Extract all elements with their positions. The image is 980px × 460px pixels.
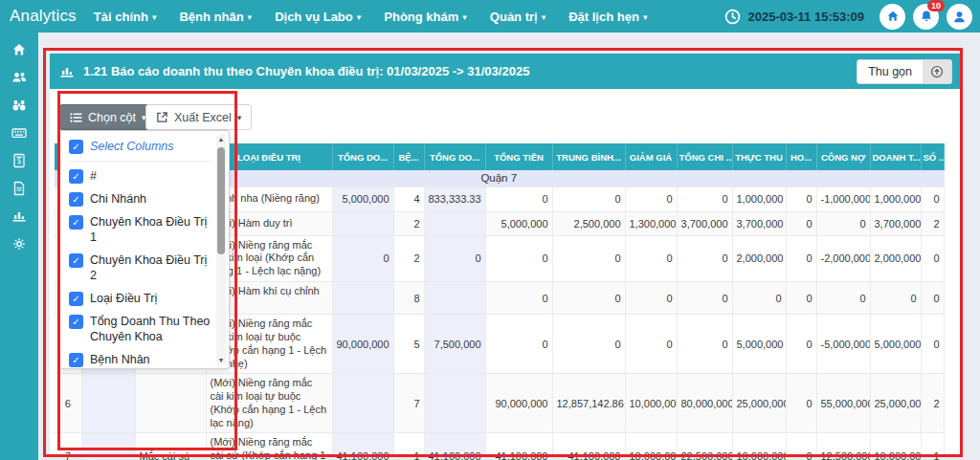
cell-value: 4 <box>393 186 424 211</box>
nav-menu-2[interactable]: Bệnh nhân▾ <box>179 10 252 24</box>
dropdown-scrollbar[interactable]: ▲ ▼ <box>216 134 226 365</box>
caret-down-icon: ▾ <box>643 13 648 22</box>
cell-value: 0 <box>625 186 677 211</box>
col-header-8[interactable]: TỔNG TIỀN <box>485 143 552 170</box>
column-option-label: Loại Điều Trị <box>90 291 157 306</box>
cell-value: 0 <box>625 235 677 281</box>
cell-value: 0 <box>677 186 732 211</box>
cell-value: 0 <box>552 235 625 281</box>
column-option-4[interactable]: ✓Chuyên Khoa Điều Trị 2 <box>69 252 213 283</box>
column-option-label: Chi Nhánh <box>90 191 146 207</box>
profile-button[interactable] <box>947 4 972 30</box>
cell-value: 1 <box>393 433 424 460</box>
settings-icon[interactable] <box>11 236 27 252</box>
col-header-16[interactable]: SỐ ... <box>921 143 944 170</box>
column-option-5[interactable]: ✓Loại Điều Trị <box>69 291 213 306</box>
checkbox-checked-icon[interactable]: ✓ <box>69 192 83 207</box>
invoice-dollar-icon[interactable]: $ <box>11 153 27 168</box>
cell-specialty2: Mắc cài sứ <box>135 433 206 460</box>
cell-value <box>332 211 393 235</box>
column-chooser-dropdown: ✓ Select Columns ✓#✓Chi Nhánh✓Chuyên Kho… <box>59 130 230 369</box>
cell-value: 2 <box>921 374 944 433</box>
cell-value: 41,100,000 <box>485 433 552 460</box>
cell-value: 25,000,000 <box>870 374 921 433</box>
nav-menu-6[interactable]: Đặt lịch hẹn▾ <box>568 10 647 24</box>
datetime-display: 2025-03-11 15:53:09 <box>748 10 864 24</box>
cell-value: 25,000,000 <box>732 374 786 433</box>
nav-menu-label: Tài chính <box>94 10 148 24</box>
col-header-5[interactable]: TỔNG DO... <box>332 143 393 170</box>
cell-value: 0 <box>921 281 944 315</box>
checkbox-checked-icon[interactable]: ✓ <box>69 215 83 230</box>
col-header-11[interactable]: TỔNG CHI ... <box>677 143 732 170</box>
choose-columns-button[interactable]: Chọn cột ▾ <box>59 104 157 130</box>
cell-value: 0 <box>921 186 944 211</box>
col-header-10[interactable]: GIẢM GIÁ <box>625 143 677 170</box>
cell-value: 1 <box>921 433 944 460</box>
app-window: Analytics Tài chính▾Bệnh nhân▾Dịch vụ La… <box>0 0 980 460</box>
column-option-2[interactable]: ✓Chi Nhánh <box>69 191 213 207</box>
table-row-6[interactable]: 6(Mới) Niềng răng mắc cài kim loại tự bu… <box>55 374 944 433</box>
col-header-13[interactable]: HO... <box>786 143 816 170</box>
nav-menu-label: Quản trị <box>490 10 538 24</box>
document-icon[interactable] <box>11 181 27 196</box>
home-button[interactable] <box>880 4 905 30</box>
column-option-6[interactable]: ✓Tổng Doanh Thu Theo Chuyên Khoa <box>69 314 213 344</box>
cell-value <box>332 281 393 315</box>
column-option-7[interactable]: ✓Bệnh Nhân <box>69 352 213 367</box>
checkbox-checked-icon[interactable]: ✓ <box>69 140 83 154</box>
home-icon[interactable] <box>11 42 27 57</box>
column-option-1[interactable]: ✓# <box>69 168 213 184</box>
export-excel-button[interactable]: Xuất Excel ▾ <box>145 104 252 130</box>
cell-value: 1,300,000 <box>625 211 677 235</box>
checkbox-checked-icon[interactable]: ✓ <box>69 253 83 268</box>
cell-value: 12,857,142.86 <box>552 374 625 433</box>
panel-title: 1.21 Báo cáo doanh thu theo Chuyên khoa … <box>83 64 529 78</box>
select-columns-header[interactable]: ✓ Select Columns <box>69 139 213 162</box>
cell-value: 8 <box>393 281 424 315</box>
nav-menu-5[interactable]: Quản trị▾ <box>490 10 546 24</box>
cell-value: 3,700,000 <box>677 211 732 235</box>
nav-menu-4[interactable]: Phòng khám▾ <box>384 10 467 24</box>
scroll-up-icon[interactable]: ▲ <box>216 136 226 142</box>
cell-value: 0 <box>732 281 786 315</box>
cell-treatment: (Mới) Niềng răng mắc cài sứ (Khớp cắn hạ… <box>206 433 332 460</box>
column-option-label: Tổng Doanh Thu Theo Chuyên Khoa <box>90 314 213 344</box>
column-option-3[interactable]: ✓Chuyên Khoa Điều Trị 1 <box>69 214 213 245</box>
cell-value: 0 <box>677 281 732 315</box>
choose-columns-label: Chọn cột <box>88 111 136 124</box>
binoculars-icon[interactable] <box>11 98 27 113</box>
nav-menu-3[interactable]: Dịch vụ Labo▾ <box>275 10 361 24</box>
col-header-15[interactable]: DOANH T... <box>870 143 921 170</box>
navbar-right: 2025-03-11 15:53:09 10 <box>724 4 980 30</box>
cell-value: 0 <box>552 281 625 315</box>
cell-value: 0 <box>786 433 816 460</box>
collapse-button[interactable]: Thu gọn <box>857 59 952 84</box>
chart-icon[interactable] <box>11 208 27 224</box>
keyboard-icon[interactable] <box>11 125 27 141</box>
checkbox-checked-icon[interactable]: ✓ <box>69 353 83 367</box>
col-header-9[interactable]: TRUNG BÌNH... <box>552 143 625 170</box>
nav-menu-label: Dịch vụ Labo <box>275 10 353 24</box>
scroll-down-icon[interactable]: ▼ <box>216 357 226 363</box>
table-row-7[interactable]: 7Mắc cài sứ(Mới) Niềng răng mắc cài sứ (… <box>55 433 944 460</box>
col-header-14[interactable]: CÔNG NỢ <box>816 143 870 170</box>
nav-menu-1[interactable]: Tài chính▾ <box>94 10 157 24</box>
checkbox-checked-icon[interactable]: ✓ <box>69 169 83 184</box>
scrollbar-thumb[interactable] <box>217 147 225 254</box>
checkbox-checked-icon[interactable]: ✓ <box>69 292 83 306</box>
col-header-7[interactable]: TỔNG DO... <box>424 143 485 170</box>
users-icon[interactable] <box>11 70 27 85</box>
cell-value: 0 <box>552 186 625 211</box>
col-header-6[interactable]: BỆ... <box>393 143 424 170</box>
notifications-button[interactable]: 10 <box>913 4 939 30</box>
cell-value: 2 <box>393 211 424 235</box>
cell-value: 10,000,000 <box>732 433 786 460</box>
cell-value: 90,000,000 <box>485 374 552 433</box>
checkbox-checked-icon[interactable]: ✓ <box>69 315 83 329</box>
cell-value: 0 <box>485 281 552 315</box>
col-header-12[interactable]: THỰC THU <box>732 143 786 170</box>
cell-value: 0 <box>786 315 816 374</box>
caret-down-icon: ▾ <box>357 13 362 22</box>
cell-value: 0 <box>786 186 816 211</box>
